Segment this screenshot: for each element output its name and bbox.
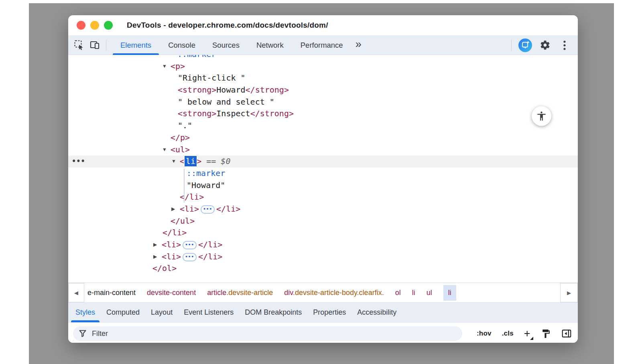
accessibility-person-icon (536, 111, 547, 121)
more-menu-button[interactable] (559, 39, 571, 51)
twisty-expanded-icon[interactable]: ▼ (162, 61, 167, 73)
toggle-element-state-button[interactable]: :hov (477, 330, 492, 338)
breadcrumb-item[interactable]: e-main-content (87, 289, 136, 297)
device-toolbar-icon (89, 40, 101, 51)
dom-tree-row[interactable]: <strong>Howard</strong> (68, 84, 578, 96)
dom-tree-row[interactable]: "Right-click " (68, 72, 578, 84)
sidebar-tab-styles[interactable]: Styles (70, 303, 101, 322)
toggle-class-button[interactable]: .cls (502, 330, 514, 338)
token-tag: <strong> (178, 85, 216, 95)
breadcrumb-bar: ◀ e-main-contentdevsite-contentarticle.d… (68, 283, 578, 302)
breadcrumb: e-main-contentdevsite-contentarticle.dev… (84, 283, 560, 302)
twisty-collapsed-icon[interactable]: ▶ (153, 239, 157, 251)
dom-tree-row[interactable]: </p> (68, 132, 578, 144)
ai-assistant-icon (518, 38, 532, 52)
sidebar-tab-accessibility[interactable]: Accessibility (351, 303, 402, 322)
toggle-sidebar-button[interactable] (561, 328, 572, 339)
twisty-collapsed-icon[interactable]: ▶ (171, 203, 175, 215)
tab-network[interactable]: Network (248, 36, 292, 55)
dom-tree-row[interactable]: "Howard" (68, 180, 578, 192)
sidebar-tab-properties[interactable]: Properties (307, 303, 351, 322)
tab-performance[interactable]: Performance (292, 36, 351, 55)
dom-tree-row[interactable]: ::marker (68, 168, 578, 180)
inspect-element-button[interactable] (73, 39, 85, 51)
dom-tree-row[interactable]: ▼<ul> (68, 144, 578, 156)
zoom-window-button[interactable] (104, 21, 113, 30)
toolbar-separator (511, 40, 512, 51)
ai-assistant-button[interactable] (519, 39, 531, 51)
sidebar-tab-layout[interactable]: Layout (145, 303, 178, 322)
dom-tree-row[interactable]: "." (68, 120, 578, 132)
inspect-cursor-icon (74, 40, 85, 51)
new-style-rule-button[interactable]: + (524, 328, 530, 339)
toolbar-right-group (511, 39, 578, 51)
dom-tree-row[interactable]: </li> (68, 227, 578, 239)
token-tag: </strong> (246, 85, 289, 95)
token-tag: </li> (198, 252, 222, 261)
sidebar-tab-dom-breakpoints[interactable]: DOM Breakpoints (239, 303, 307, 322)
tab-elements[interactable]: Elements (112, 36, 160, 55)
dom-tree-row[interactable]: <strong>Inspect</strong> (68, 108, 578, 120)
token-text: Inspect (216, 109, 250, 118)
token-tag: </li> (216, 204, 240, 214)
panel-tab-strip: ElementsConsoleSourcesNetworkPerformance (112, 36, 351, 55)
settings-button[interactable] (539, 39, 551, 51)
close-window-button[interactable] (77, 21, 85, 30)
dom-tree-row[interactable]: </ul> (68, 215, 578, 227)
breadcrumb-scroll-right-button[interactable]: ▶ (560, 283, 578, 302)
breadcrumb-item[interactable]: li (443, 285, 456, 301)
dom-node-text: </li> (163, 227, 187, 239)
sidebar-tab-computed[interactable]: Computed (101, 303, 145, 322)
dom-tree-row[interactable]: ▶<li>•••</li> (68, 239, 578, 251)
token-text: "." (178, 121, 192, 130)
twisty-expanded-icon[interactable]: ▼ (171, 156, 176, 168)
dom-node-text: <li>•••</li> (162, 239, 222, 251)
dom-tree-row[interactable]: ▼<p> (68, 61, 578, 73)
styles-filter-bar: :hov .cls + (68, 322, 578, 343)
token-tag: > (197, 156, 201, 166)
devtools-window: DevTools - developer.chrome.com/docs/dev… (68, 15, 578, 343)
breadcrumb-item[interactable]: devsite-content (147, 289, 196, 297)
sidebar-tab-event-listeners[interactable]: Event Listeners (178, 303, 239, 322)
dom-tree-panel: ::marker▼<p>"Right-click "<strong>Howard… (68, 55, 578, 283)
token-pseudo: ::marker (187, 168, 225, 178)
title-bar: DevTools - developer.chrome.com/docs/dev… (68, 15, 578, 36)
twisty-collapsed-icon[interactable]: ▶ (153, 251, 157, 263)
dom-tree-row[interactable]: </li> (68, 191, 578, 203)
dom-node-text: </ul> (171, 215, 195, 227)
breadcrumb-item[interactable]: div.devsite-article-body.clearfix. (284, 289, 384, 297)
minimize-window-button[interactable] (90, 21, 99, 30)
tab-sources[interactable]: Sources (204, 36, 248, 55)
breadcrumb-item[interactable]: ul (427, 289, 432, 297)
dom-node-text: <p> (171, 61, 185, 73)
expand-children-button[interactable]: ••• (201, 205, 215, 214)
device-toolbar-button[interactable] (89, 39, 101, 51)
dom-tree-row[interactable]: ▶<li>•••</li> (68, 251, 578, 263)
accessibility-overlay-button[interactable] (532, 106, 551, 126)
dom-node-text: ::marker (177, 55, 216, 61)
paint-roller-button[interactable] (541, 329, 551, 339)
expand-children-button[interactable]: ••• (183, 253, 197, 261)
vertical-dots-icon (563, 40, 566, 51)
twisty-expanded-icon[interactable]: ▼ (162, 144, 167, 156)
breadcrumb-item[interactable]: article.devsite-article (207, 289, 273, 297)
dom-tree-row[interactable]: </ol> (68, 263, 578, 275)
breadcrumb-item[interactable]: ol (395, 289, 401, 297)
filter-input[interactable] (91, 329, 460, 338)
chevron-right-icon: ▶ (567, 290, 571, 296)
breadcrumb-scroll-left-button[interactable]: ◀ (68, 283, 84, 302)
breadcrumb-item[interactable]: li (412, 289, 415, 297)
row-menu-dots-icon[interactable]: ••• (72, 156, 85, 168)
dom-tree: ::marker▼<p>"Right-click "<strong>Howard… (68, 55, 578, 283)
funnel-icon (79, 330, 87, 338)
filter-field[interactable] (73, 326, 462, 341)
dom-tree-row[interactable]: •••▼<li> == $0 (68, 156, 578, 168)
dom-tree-row[interactable]: ::marker (68, 55, 578, 61)
dom-tree-row[interactable]: ▶<li>•••</li> (68, 203, 578, 215)
more-tabs-button[interactable]: » (351, 39, 366, 50)
styles-tab-strip: StylesComputedLayoutEvent ListenersDOM B… (68, 302, 578, 322)
dom-tree-row[interactable]: " below and select " (68, 96, 578, 108)
expand-children-button[interactable]: ••• (183, 241, 197, 249)
tab-console[interactable]: Console (160, 36, 204, 55)
dom-node-text: <li> == $0 (180, 156, 230, 168)
